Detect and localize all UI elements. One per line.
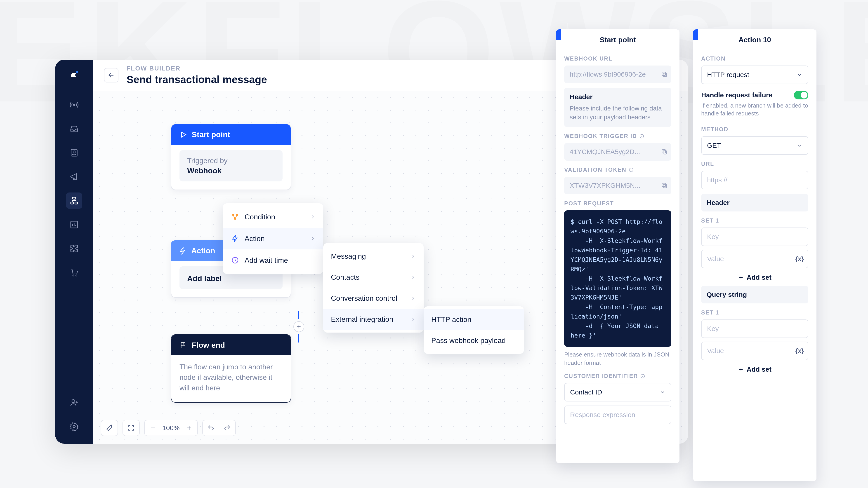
- menu-item-wait[interactable]: Add wait time: [223, 250, 323, 271]
- sidebar-item-integrations[interactable]: [66, 240, 82, 257]
- menu-item-wait-label: Add wait time: [245, 256, 288, 265]
- customer-identifier-label: CUSTOMER IDENTIFIER: [564, 373, 671, 379]
- svg-rect-23: [662, 183, 665, 187]
- menu-item-pass-payload[interactable]: Pass webhook payload: [424, 330, 524, 351]
- svg-rect-22: [663, 184, 666, 188]
- sidebar-item-invite[interactable]: [66, 394, 82, 411]
- header-section-title: Header: [701, 194, 808, 212]
- sidebar-nav: [66, 97, 82, 281]
- validation-token-label: VALIDATION TOKEN: [564, 166, 671, 173]
- copy-icon[interactable]: [661, 149, 668, 155]
- method-label: METHOD: [701, 126, 808, 133]
- action-category-menu: Messaging Contacts Conversation control …: [323, 243, 424, 332]
- validation-token-field: XTW3V7XPKGHM5N...: [564, 177, 671, 194]
- customer-identifier-select[interactable]: Contact ID: [564, 383, 671, 401]
- add-label-text: Add label: [187, 274, 275, 283]
- page-title: Send transactional message: [127, 73, 267, 86]
- menu-item-external[interactable]: External integration: [323, 309, 424, 330]
- header-value-input[interactable]: [701, 250, 808, 268]
- menu-item-action[interactable]: Action: [223, 228, 323, 250]
- copy-icon[interactable]: [661, 182, 668, 189]
- zoom-out-button[interactable]: [145, 420, 161, 436]
- chevron-right-icon: [310, 214, 315, 220]
- sidebar-item-broadcast[interactable]: [66, 168, 82, 185]
- zoom-in-button[interactable]: [181, 420, 197, 436]
- trigger-id-label: WEBHOOK TRIGGER ID: [564, 133, 671, 139]
- webhook-url-field: http://flows.9bf906906-2e: [564, 66, 671, 83]
- query-key-input[interactable]: [701, 320, 808, 338]
- menu-item-condition-label: Condition: [245, 213, 275, 221]
- start-panel-title: Start point: [556, 29, 680, 50]
- response-expression-input[interactable]: [564, 405, 671, 424]
- action-type-select[interactable]: HTTP request: [701, 66, 808, 84]
- chevron-right-icon: [410, 275, 416, 280]
- node-start-trigger: Triggered by Webhook: [180, 150, 283, 182]
- menu-item-contacts[interactable]: Contacts: [323, 267, 424, 288]
- curl-code-block: $ curl -X POST http://flows.9bf906906-2e…: [564, 210, 671, 347]
- svg-rect-17: [662, 72, 665, 75]
- menu-item-action-label: Action: [245, 234, 265, 243]
- url-label: URL: [701, 161, 808, 167]
- query-value-input[interactable]: [701, 341, 808, 360]
- add-node-connector: [293, 311, 304, 343]
- redo-button[interactable]: [219, 420, 235, 436]
- svg-point-9: [76, 275, 77, 276]
- external-action-menu: HTTP action Pass webhook payload: [424, 306, 524, 354]
- svg-point-12: [232, 215, 234, 216]
- add-header-set-button[interactable]: Add set: [701, 273, 808, 281]
- svg-rect-4: [72, 197, 75, 199]
- condition-icon: [230, 213, 240, 221]
- svg-rect-19: [663, 151, 666, 154]
- menu-item-conversation[interactable]: Conversation control: [323, 288, 424, 309]
- menu-item-http-action[interactable]: HTTP action: [424, 309, 524, 330]
- handle-failure-label: Handle request failure: [701, 91, 772, 99]
- chevron-right-icon: [410, 296, 416, 301]
- add-node-button[interactable]: [293, 321, 304, 332]
- sidebar-item-settings[interactable]: [66, 418, 82, 435]
- query-set-1-label: SET 1: [701, 309, 808, 316]
- copy-icon[interactable]: [661, 71, 668, 78]
- node-end-title: Flow end: [192, 341, 225, 350]
- sidebar-item-flow[interactable]: [66, 193, 82, 209]
- sidebar-item-analytics[interactable]: [66, 217, 82, 233]
- sidebar-item-live[interactable]: [66, 97, 82, 113]
- menu-item-messaging[interactable]: Messaging: [323, 246, 424, 267]
- back-button[interactable]: [104, 68, 119, 83]
- header-box-desc: Please include the following data sets i…: [569, 104, 666, 122]
- header-key-input[interactable]: [701, 228, 808, 246]
- query-section-title: Query string: [701, 286, 808, 303]
- sidebar-item-contacts[interactable]: [66, 144, 82, 161]
- node-end[interactable]: Flow end The flow can jump to another no…: [171, 334, 291, 402]
- insert-variable-button[interactable]: {x}: [796, 255, 804, 263]
- action-icon: [230, 234, 240, 243]
- svg-point-11: [73, 425, 75, 428]
- fullscreen-button[interactable]: [123, 420, 139, 436]
- node-start[interactable]: Start point Triggered by Webhook: [171, 124, 291, 190]
- header-info-box: Header Please include the following data…: [564, 88, 671, 127]
- code-note: Please ensure webhook data is in JSON he…: [564, 350, 671, 367]
- svg-rect-0: [76, 71, 78, 73]
- sidebar-item-commerce[interactable]: [66, 264, 82, 281]
- sidebar-item-inbox[interactable]: [66, 121, 82, 137]
- node-end-description: The flow can jump to another node if ava…: [171, 355, 291, 402]
- magic-wand-button[interactable]: [101, 420, 118, 436]
- triggered-by-value: Webhook: [187, 166, 275, 175]
- webhook-url-label: WEBHOOK URL: [564, 55, 671, 62]
- node-start-title: Start point: [192, 130, 230, 139]
- undo-button[interactable]: [203, 420, 219, 436]
- app-logo[interactable]: [69, 70, 80, 80]
- insert-variable-button[interactable]: {x}: [796, 347, 804, 355]
- breadcrumb: FLOW BUILDER: [127, 65, 267, 72]
- add-query-set-button[interactable]: Add set: [701, 365, 808, 373]
- sidebar-bottom: [66, 394, 82, 435]
- handle-failure-toggle[interactable]: [794, 91, 808, 99]
- svg-point-3: [73, 151, 75, 153]
- trigger-id-field: 41YCMQJNEA5yg2D...: [564, 143, 671, 161]
- menu-item-condition[interactable]: Condition: [223, 206, 323, 228]
- action-panel-title: Action 10: [693, 29, 816, 50]
- header-box-title: Header: [569, 93, 666, 101]
- svg-rect-6: [75, 202, 78, 204]
- method-select[interactable]: GET: [701, 136, 808, 155]
- chevron-right-icon: [310, 236, 315, 241]
- url-input[interactable]: [701, 171, 808, 189]
